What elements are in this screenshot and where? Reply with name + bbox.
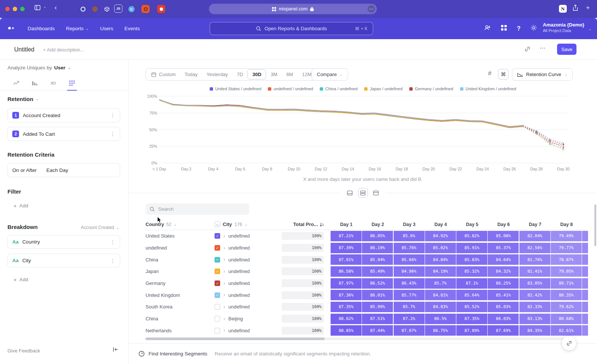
retention-cell[interactable]: 80.35% <box>551 290 582 300</box>
view-chart-only-icon[interactable] <box>345 188 355 198</box>
zoom-window-button[interactable] <box>20 7 25 11</box>
expand-row-icon[interactable]: › <box>224 316 225 321</box>
retention-chart[interactable] <box>129 93 597 168</box>
add-description[interactable]: + Add description... <box>43 47 84 53</box>
row-checkbox[interactable] <box>215 304 220 310</box>
row-checkbox[interactable]: ✓ <box>215 269 220 274</box>
day-header[interactable]: Day 7 <box>519 222 551 227</box>
retention-cell[interactable]: 82.56% <box>519 243 550 253</box>
retention-step-2[interactable]: 2Added To Cart⋮ <box>7 127 120 141</box>
retention-cell[interactable]: 86.05% <box>362 231 393 241</box>
add-breakdown-button[interactable]: + Add <box>13 277 28 282</box>
retention-step-1[interactable]: 1Account Created⋮ <box>7 108 120 122</box>
table-search[interactable] <box>146 203 249 215</box>
range-7d[interactable]: 7D <box>232 69 248 79</box>
retention-cell[interactable]: 88.85% <box>331 325 362 336</box>
share-icon[interactable] <box>572 4 578 11</box>
retention-cell[interactable]: 84.32% <box>488 266 519 277</box>
table-row[interactable]: United Kingdom✓›undefined100%87.36%86.01… <box>146 289 588 301</box>
day-header[interactable]: Day 8 <box>551 222 582 227</box>
step-options-icon[interactable]: ⋮ <box>110 131 115 137</box>
compare-button[interactable]: Compare ⌄ <box>312 68 348 81</box>
retention-cell[interactable]: 79.05% <box>551 266 582 277</box>
retention-cell[interactable]: 86.75% <box>425 325 456 336</box>
table-row[interactable]: Germany✓›undefined100%87.97%86.52%86.43%… <box>146 277 588 289</box>
retention-cell[interactable]: 87.07% <box>394 325 425 336</box>
retention-cell[interactable]: 87.89% <box>456 325 487 336</box>
retention-cell[interactable]: 85.91% <box>456 243 487 253</box>
retention-cell[interactable]: 86.01% <box>362 290 393 300</box>
add-filter-button[interactable]: + Add <box>13 203 28 208</box>
retention-cell[interactable]: 79.62% <box>551 302 582 312</box>
retention-cell[interactable]: 87.01% <box>331 254 362 265</box>
row-checkbox[interactable]: ✓ <box>215 257 220 263</box>
row-checkbox[interactable]: ✓ <box>215 245 220 251</box>
retention-cell[interactable]: 85.32% <box>456 266 487 277</box>
day-header[interactable]: Day 2 <box>362 222 393 227</box>
retention-cell[interactable]: 85.41% <box>488 290 519 300</box>
close-window-button[interactable] <box>5 7 10 11</box>
browser-sidebar-icon[interactable] <box>34 4 41 11</box>
more-options-icon[interactable]: ⋯ <box>540 44 546 51</box>
row-checkbox[interactable] <box>215 328 220 333</box>
column-city[interactable]: – City 176 ⌄ <box>215 222 282 227</box>
retention-cell[interactable]: 86.03% <box>488 314 519 324</box>
retention-cell[interactable]: 87.51% <box>362 314 393 324</box>
retention-cell[interactable]: 87.69% <box>488 325 519 336</box>
table-row[interactable]: China›Beijing100%88.62%87.51%87.2%86.5%8… <box>146 313 588 325</box>
legend-item[interactable]: undefined / undefined <box>268 87 313 91</box>
retention-cell[interactable]: 85.77% <box>394 290 425 300</box>
extension-dot-icon[interactable] <box>90 4 99 13</box>
row-checkbox[interactable] <box>215 316 220 321</box>
range-30d[interactable]: 30D <box>247 69 266 79</box>
retention-cell[interactable]: 87.44% <box>362 325 393 336</box>
range-6m[interactable]: 6M <box>282 69 297 79</box>
table-search-input[interactable] <box>158 206 240 212</box>
retention-cell[interactable]: 86.25% <box>488 278 519 289</box>
retention-cell[interactable]: 84.35% <box>519 325 550 336</box>
expand-row-icon[interactable]: › <box>224 292 225 298</box>
expand-row-icon[interactable]: › <box>224 328 225 333</box>
legend-item[interactable]: United States / undefined <box>210 87 262 91</box>
share-link-button[interactable] <box>562 336 576 351</box>
retention-cell[interactable]: 83.13% <box>519 314 550 324</box>
notion-clipper-icon[interactable]: N <box>559 5 567 13</box>
retention-cell[interactable]: 85.94% <box>362 254 393 265</box>
retention-cell[interactable]: 85.6% <box>394 231 425 241</box>
column-total[interactable]: Total Pro... <box>282 222 324 227</box>
row-checkbox[interactable]: ✓ <box>215 233 220 239</box>
range-custom[interactable]: Custom <box>147 69 180 79</box>
retention-cell[interactable]: 84.83% <box>425 302 456 312</box>
extension-chrome-icon[interactable]: c <box>127 4 136 13</box>
report-title[interactable]: Untitled <box>14 46 34 53</box>
range-yesterday[interactable]: Yesterday <box>202 69 232 79</box>
extension-cube-icon[interactable] <box>102 4 111 13</box>
step-options-icon[interactable]: ⋮ <box>110 112 115 118</box>
horizontal-scrollbar[interactable] <box>146 338 571 340</box>
tab-retention[interactable] <box>67 76 77 91</box>
retention-cell[interactable]: 85.76% <box>394 243 425 253</box>
expand-row-icon[interactable]: › <box>224 257 225 262</box>
nav-reports[interactable]: Reports⌄ <box>66 26 89 31</box>
nav-events[interactable]: Events <box>125 26 140 31</box>
select-all-checkbox[interactable]: – <box>215 222 220 227</box>
legend-item[interactable]: Germany / undefined <box>409 87 453 91</box>
global-search-button[interactable]: Open Reports & Dashboards ⌘ + K <box>210 22 373 35</box>
criteria-interval[interactable]: Each Day <box>46 167 68 173</box>
help-icon[interactable]: ? <box>517 25 521 32</box>
settings-gear-icon[interactable] <box>530 24 537 33</box>
data-management-icon[interactable] <box>484 24 491 33</box>
command-toggle-button[interactable]: ⌘ <box>498 69 509 79</box>
retention-cell[interactable]: 78.87% <box>551 254 582 265</box>
day-header[interactable]: Day 1 <box>331 222 362 227</box>
retention-cell[interactable]: 85.37% <box>488 243 519 253</box>
retention-cell[interactable]: 87.39% <box>331 243 362 253</box>
row-checkbox[interactable]: ✓ <box>215 292 220 298</box>
range-today[interactable]: Today <box>180 69 202 79</box>
site-options-icon[interactable]: ⋯ <box>368 5 375 13</box>
retention-cell[interactable]: 86.5% <box>425 314 456 324</box>
mixpanel-logo[interactable] <box>8 27 14 29</box>
table-row[interactable]: Netherlands›undefined100%88.85%87.44%87.… <box>146 325 588 337</box>
column-country[interactable]: Country 52 ⌄ <box>146 222 215 227</box>
expand-row-icon[interactable]: › <box>224 304 225 310</box>
